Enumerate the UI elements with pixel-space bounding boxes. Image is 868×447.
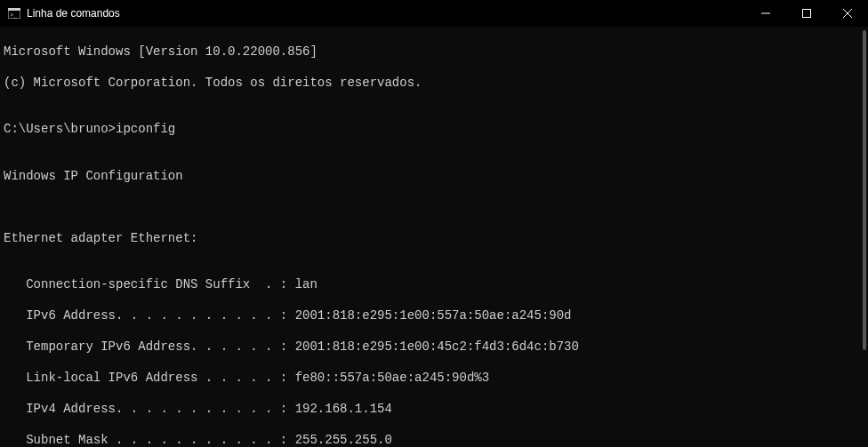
- output-line: IPv4 Address. . . . . . . . . . . : 192.…: [4, 402, 864, 418]
- output-line: Windows IP Configuration: [4, 169, 864, 185]
- window-title: Linha de comandos: [27, 7, 120, 20]
- prompt-line: C:\Users\bruno>ipconfig: [4, 122, 864, 138]
- svg-rect-1: [8, 8, 20, 11]
- cmd-icon: >_: [7, 6, 21, 20]
- adapter-header: Ethernet adapter Ethernet:: [4, 231, 864, 247]
- output-line: Link-local IPv6 Address . . . . . : fe80…: [4, 371, 864, 387]
- scrollbar-thumb[interactable]: [863, 30, 866, 350]
- terminal-output[interactable]: Microsoft Windows [Version 10.0.22000.85…: [0, 27, 868, 447]
- titlebar-left: >_ Linha de comandos: [7, 6, 120, 20]
- output-line: (c) Microsoft Corporation. Todos os dire…: [4, 76, 864, 92]
- output-line: IPv6 Address. . . . . . . . . . . : 2001…: [4, 308, 864, 324]
- minimize-button[interactable]: [745, 0, 786, 27]
- output-line: Subnet Mask . . . . . . . . . . . : 255.…: [4, 433, 864, 447]
- output-line: Microsoft Windows [Version 10.0.22000.85…: [4, 44, 864, 60]
- maximize-button[interactable]: [786, 0, 827, 27]
- svg-rect-4: [803, 10, 811, 18]
- svg-text:>_: >_: [10, 12, 17, 19]
- titlebar-controls: [745, 0, 868, 27]
- window-titlebar: >_ Linha de comandos: [0, 0, 868, 27]
- output-line: Connection-specific DNS Suffix . : lan: [4, 277, 864, 293]
- output-line: Temporary IPv6 Address. . . . . . : 2001…: [4, 339, 864, 355]
- close-button[interactable]: [827, 0, 868, 27]
